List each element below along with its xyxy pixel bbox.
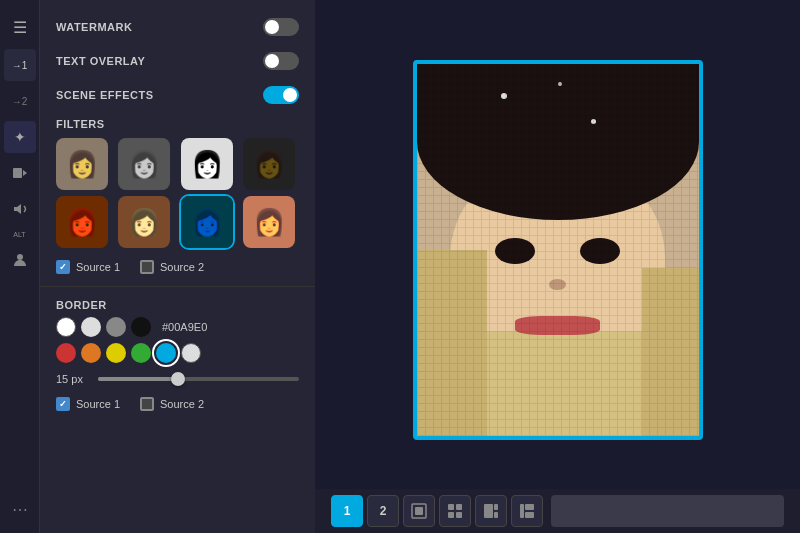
color-gray[interactable] [106,317,126,337]
filter-source2-checkbox[interactable] [140,260,154,274]
color-white[interactable] [56,317,76,337]
color-palette: #00A9E0 [40,317,315,343]
color-hex-display: #00A9E0 [162,321,207,333]
source-btn-6[interactable] [511,495,543,527]
scene-effects-row: SCENE EFFECTS [40,78,315,112]
color-blue[interactable] [156,343,176,363]
source-btn-2[interactable]: 2 [367,495,399,527]
filter-face-bw: 👩 [118,138,170,190]
video-frame [413,60,703,440]
color-lightgray[interactable] [81,317,101,337]
filter-face-warm: 👩 [118,196,170,248]
border-slider[interactable] [98,377,299,381]
preview-main [315,0,800,489]
svg-rect-9 [484,504,493,518]
text-overlay-label: TEXT OVERLAY [56,55,145,67]
sidebar-icon-arrow2[interactable]: →2 [4,85,36,117]
watermark-row: WATERMARK [40,10,315,44]
filter-face-purple: 👩 [181,196,233,248]
filter-face-blue: 👩 [56,196,108,248]
text-overlay-row: TEXT OVERLAY [40,44,315,78]
filter-sketch[interactable]: 👩 [181,138,233,190]
color-red[interactable] [56,343,76,363]
source-btn-1[interactable]: 1 [331,495,363,527]
svg-rect-11 [494,512,498,518]
svg-rect-6 [456,504,462,510]
filter-source1-label: Source 1 [76,261,120,273]
hamburger-menu[interactable]: ☰ [1,10,39,45]
svg-rect-4 [415,507,423,515]
overflow-indicator [551,495,784,527]
border-source2-label: Source 2 [160,398,204,410]
svg-rect-7 [448,512,454,518]
scene-effects-label: SCENE EFFECTS [56,89,154,101]
watermark-toggle[interactable] [263,18,299,36]
border-slider-row: 15 px [40,369,315,393]
filter-bw[interactable]: 👩 [118,138,170,190]
border-source1-label: Source 1 [76,398,120,410]
divider-1 [40,286,315,287]
svg-marker-1 [23,170,27,176]
filter-warm[interactable]: 👩 [118,196,170,248]
border-source2-checkbox[interactable] [140,397,154,411]
filter-dark[interactable]: 👩 [243,138,295,190]
source-btn-3[interactable] [403,495,435,527]
filter-face-sketch: 👩 [181,138,233,190]
filters-grid: 👩 👩 👩 👩 👩 👩 [40,134,315,256]
sidebar-icon-video[interactable] [4,157,36,189]
sidebar-icon-user[interactable] [4,244,36,276]
source-btn-4[interactable] [439,495,471,527]
filter-source1-item[interactable]: Source 1 [56,260,120,274]
filter-normal[interactable]: 👩 [56,138,108,190]
color-green[interactable] [131,343,151,363]
filter-face-peach: 👩 [243,196,295,248]
filter-face-dark: 👩 [243,138,295,190]
sidebar-icon-alt[interactable]: ALT [4,229,36,240]
filter-source2-label: Source 2 [160,261,204,273]
color-white2[interactable] [181,343,201,363]
settings-panel: WATERMARK TEXT OVERLAY SCENE EFFECTS FIL… [40,0,315,533]
svg-rect-13 [525,504,534,510]
color-black[interactable] [131,317,151,337]
filter-peach[interactable]: 👩 [243,196,295,248]
watermark-label: WATERMARK [56,21,132,33]
filter-source2-item[interactable]: Source 2 [140,260,204,274]
svg-rect-8 [456,512,462,518]
source-btn-5[interactable] [475,495,507,527]
sidebar-left: ☰ →1 →2 ✦ ALT ⋯ [0,0,40,533]
filter-source-row: Source 1 Source 2 [40,256,315,282]
sidebar-icon-speaker[interactable] [4,193,36,225]
sidebar-icon-sparkle[interactable]: ✦ [4,121,36,153]
svg-rect-14 [525,512,534,518]
color-palette-2 [40,343,315,369]
border-source1-item[interactable]: Source 1 [56,397,120,411]
svg-rect-12 [520,504,524,518]
preview-area: 1 2 [315,0,800,533]
sidebar-icon-arrow1[interactable]: →1 [4,49,36,81]
border-label: BORDER [40,291,315,317]
sidebar-icon-more[interactable]: ⋯ [4,493,36,525]
border-source2-item[interactable]: Source 2 [140,397,204,411]
text-overlay-toggle[interactable] [263,52,299,70]
filter-face-normal: 👩 [56,138,108,190]
color-yellow[interactable] [106,343,126,363]
filter-source1-checkbox[interactable] [56,260,70,274]
scene-effects-toggle[interactable] [263,86,299,104]
color-orange[interactable] [81,343,101,363]
svg-rect-0 [13,168,22,178]
svg-rect-10 [494,504,498,510]
border-source1-checkbox[interactable] [56,397,70,411]
border-px-label: 15 px [56,373,88,385]
border-source-row: Source 1 Source 2 [40,393,315,419]
svg-point-2 [17,254,23,260]
filter-blue[interactable]: 👩 [56,196,108,248]
filter-purple[interactable]: 👩 [181,196,233,248]
filters-label: FILTERS [40,112,315,134]
svg-rect-5 [448,504,454,510]
source-bar: 1 2 [315,489,800,533]
